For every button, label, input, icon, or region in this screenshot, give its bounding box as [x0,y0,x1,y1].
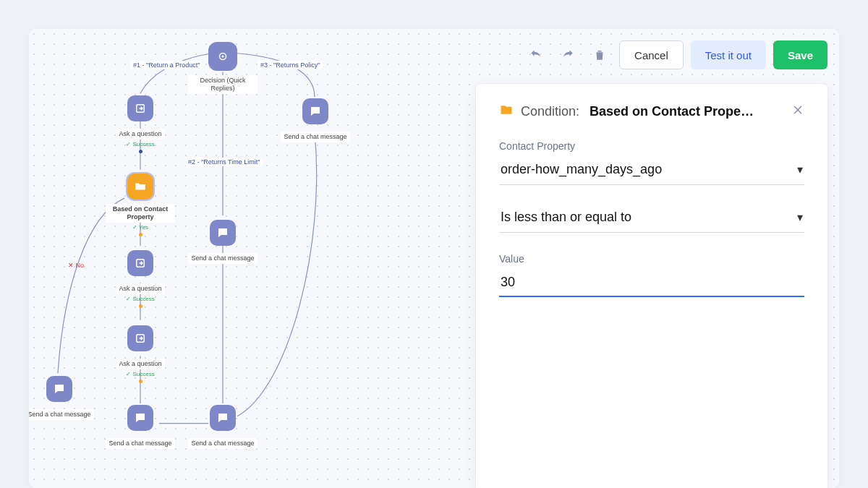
edges-layer [29,29,492,488]
node-ask-question-3[interactable]: Ask a question Success [106,325,175,385]
chevron-down-icon: ▾ [797,163,803,176]
contact-property-dropdown[interactable]: order-how_many_days_ago ▾ [499,158,804,185]
node-label: Decision (Quick Replies) [188,75,258,94]
dropdown-value: order-how_many_days_ago [501,162,662,177]
node-label: Send a chat message [29,409,94,420]
node-ask-question-2[interactable]: Ask a question Success [106,250,175,310]
node-send-chat-c[interactable]: Send a chat message [188,405,258,449]
operator-dropdown[interactable]: Is less than or equal to ▾ [499,205,804,233]
panel-title-name: Based on Contact Prope… [590,104,784,119]
panel-header: Condition: Based on Contact Prope… [499,103,804,120]
connector-dot [139,233,142,236]
node-decision[interactable]: Decision (Quick Replies) [188,42,258,94]
branch-no-label: No [68,262,84,269]
node-label: Based on Contact Property [106,204,175,223]
branch-label-3: #3 - "Returns Policy" [258,61,323,69]
question-icon [127,95,153,121]
decision-icon [208,42,237,71]
delete-button[interactable] [587,43,612,67]
node-label: Ask a question [116,129,164,140]
branch-label-2: #2 - "Returns Time Limit" [185,158,263,166]
node-label: Send a chat message [188,438,257,449]
connector-dot [139,304,142,308]
node-label: Ask a question [116,359,164,369]
cancel-button[interactable]: Cancel [619,40,684,69]
undo-button[interactable] [524,43,548,67]
node-label: Send a chat message [188,253,257,264]
field-operator: Is less than or equal to ▾ [499,205,804,233]
chat-icon [302,98,328,124]
dropdown-value: Is less than or equal to [501,210,631,225]
question-icon [127,250,153,276]
node-condition-contact-property[interactable]: Based on Contact Property Yes [106,174,175,239]
folder-icon [127,174,153,200]
canvas-inner: #1 - "Return a Product" #2 - "Returns Ti… [29,29,492,488]
condition-panel: Condition: Based on Contact Prope… Conta… [476,84,827,488]
node-status: Yes [106,224,175,231]
node-status: Success [106,141,175,147]
node-label: Ask a question [116,283,164,294]
connector-dot [139,380,142,383]
node-label: Send a chat message [281,132,349,142]
value-input[interactable] [499,270,804,297]
chat-icon [46,376,72,402]
node-status: Success [106,371,175,377]
field-value: Value [499,253,804,297]
node-send-chat-b[interactable]: Send a chat message [188,220,258,264]
node-send-chat-e[interactable]: Send a chat message [29,376,94,420]
field-label: Contact Property [499,140,804,152]
node-status: Success [106,296,175,302]
node-send-chat-d[interactable]: Send a chat message [106,405,175,449]
field-contact-property: Contact Property order-how_many_days_ago… [499,140,804,185]
toolbar: Cancel Test it out Save [524,40,827,69]
panel-title-prefix: Condition: [521,104,579,119]
chat-icon [210,220,236,246]
redo-button[interactable] [556,43,580,67]
chat-icon [127,405,153,431]
question-icon [127,325,153,351]
folder-icon [499,103,514,120]
save-button[interactable]: Save [773,40,827,69]
node-ask-question-1[interactable]: Ask a question Success [106,95,175,155]
field-label: Value [499,253,804,265]
close-button[interactable] [791,103,804,119]
node-label: Send a chat message [106,438,174,449]
svg-point-1 [222,56,224,58]
app-shell: #1 - "Return a Product" #2 - "Returns Ti… [29,29,839,488]
chat-icon [210,405,236,431]
node-send-chat-a[interactable]: Send a chat message [281,98,350,142]
chevron-down-icon: ▾ [797,210,803,224]
connector-dot [139,150,142,153]
test-it-out-button[interactable]: Test it out [691,40,766,69]
